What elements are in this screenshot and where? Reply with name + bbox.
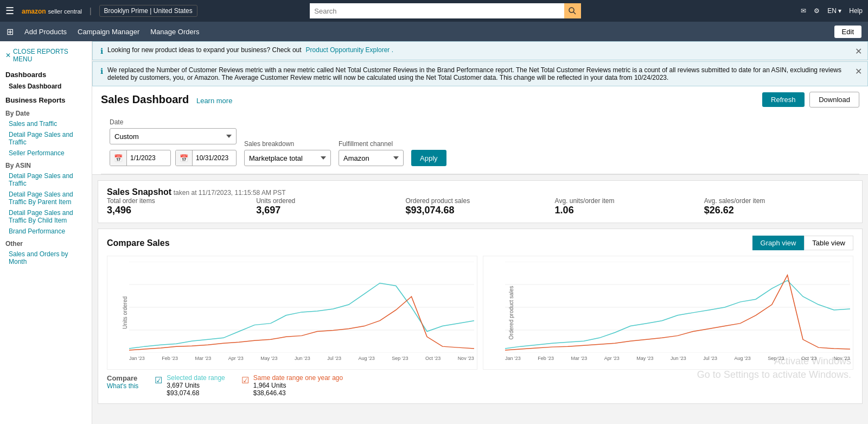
compare-title: Compare Sales [107, 238, 170, 248]
fulfillment-filter-group: Fulfillment channel Amazon Merchant All [339, 140, 404, 166]
sidebar-item-sales-orders-month[interactable]: Sales and Orders by Month [0, 249, 92, 267]
legend-what-link[interactable]: What's this [107, 382, 138, 390]
store-selector[interactable]: Brooklyn Prime | United States [99, 5, 197, 17]
info-icon-2: ℹ [100, 67, 103, 75]
ordered-product-sales-chart: Ordered product sales 0 1k 2k 3k 4k [483, 256, 853, 370]
snapshot-subtitle: taken at 11/17/2023, 11:15:58 AM PST [174, 189, 286, 197]
main-layout: ✕ CLOSE REPORTS MENU Dashboards Sales Da… [0, 41, 868, 424]
sidebar-item-asin-detail-page[interactable]: Detail Page Sales and Traffic [0, 170, 92, 189]
metric-ordered-product-sales: Ordered product sales $93,074.68 [405, 197, 554, 216]
dashboards-section-label: Dashboards [0, 66, 92, 81]
grid-icon[interactable]: ⊞ [7, 27, 14, 37]
banner1-close[interactable]: ✕ [855, 46, 862, 56]
manage-orders-link[interactable]: Manage Orders [150, 28, 199, 36]
apply-group: Apply [411, 150, 446, 166]
banner2-close[interactable]: ✕ [855, 66, 862, 77]
search-container [310, 3, 581, 18]
fulfillment-label: Fulfillment channel [339, 140, 404, 148]
start-date-wrap: 📅 [110, 150, 171, 166]
legend-item-selected: ☑ Selected date range 3,697 Units $93,07… [155, 374, 225, 397]
end-date-input[interactable] [193, 154, 236, 162]
banner-reviews-metric: ℹ We replaced the Number of Customer Rev… [92, 61, 868, 86]
metric-avg-units-order-item: Avg. units/order item 1.06 [555, 197, 704, 216]
brand-logo: amazon seller central [22, 7, 82, 15]
language-selector[interactable]: EN ▾ [827, 7, 841, 15]
date-select[interactable]: Custom Today Yesterday Last 7 days Last … [110, 128, 237, 144]
search-button[interactable] [564, 3, 582, 18]
graph-view-button[interactable]: Graph view [752, 236, 805, 250]
banner2-text: We replaced the Number of Customer Revie… [107, 66, 860, 81]
end-date-wrap: 📅 [175, 150, 237, 166]
fulfillment-select[interactable]: Amazon Merchant All [339, 150, 404, 166]
other-label: Other [0, 237, 92, 249]
product-opportunity-link[interactable]: Product Opportunity Explorer . [306, 46, 393, 54]
business-reports-section-label: Business Reports [0, 92, 92, 106]
metric-total-order-items: Total order items 3,496 [107, 197, 256, 216]
search-input[interactable] [310, 3, 564, 18]
chart1-svg: 0 50 100 150 200 [129, 262, 474, 353]
sidebar-item-seller-performance[interactable]: Seller Performance [0, 148, 92, 159]
download-button[interactable]: Download [809, 92, 859, 107]
search-icon [569, 7, 576, 15]
charts-row: Units ordered 0 50 100 150 200 [107, 256, 853, 370]
calendar-icon-end: 📅 [176, 150, 193, 166]
close-icon: ✕ [5, 52, 11, 59]
chart1-x-labels: Jan '23Feb '23Mar '23Apr '23May '23Jun '… [129, 356, 474, 361]
svg-line-1 [573, 12, 576, 14]
settings-icon[interactable]: ⚙ [814, 7, 820, 15]
sidebar-item-asin-parent-item[interactable]: Detail Page Sales and Traffic By Parent … [0, 189, 92, 207]
snapshot-title: Sales Snapshot [107, 187, 171, 197]
second-nav: ⊞ Add Products Campaign Manager Manage O… [0, 22, 868, 41]
date-filter-group: Date Custom Today Yesterday Last 7 days … [110, 118, 237, 166]
chart2-svg: 0 1k 2k 3k 4k [505, 262, 850, 353]
dashboard-header: Sales Dashboard Learn more Refresh Downl… [92, 86, 868, 175]
sidebar-item-sales-traffic[interactable]: Sales and Traffic [0, 118, 92, 129]
sidebar-item-asin-child-item[interactable]: Detail Page Sales and Traffic By Child I… [0, 207, 92, 226]
view-toggle: Graph view Table view [752, 236, 853, 250]
table-view-button[interactable]: Table view [804, 236, 853, 250]
edit-button[interactable]: Edit [834, 26, 861, 38]
chart2-x-labels: Jan '23Feb '23Mar '23Apr '23May '23Jun '… [505, 356, 850, 361]
metric-avg-sales-order-item: Avg. sales/order item $26.62 [704, 197, 853, 216]
refresh-button[interactable]: Refresh [762, 92, 805, 107]
legend-text-year-ago: Same date range one year ago 1,964 Units… [253, 374, 343, 397]
svg-point-0 [569, 8, 574, 12]
legend-checkbox-year-ago[interactable]: ☑ [241, 375, 249, 385]
date-input-row: 📅 📅 [110, 150, 237, 166]
learn-more-link[interactable]: Learn more [196, 97, 232, 105]
compare-legend: Compare What's this ☑ Selected date rang… [107, 374, 853, 397]
content-area: ℹ Looking for new product ideas to expan… [92, 41, 868, 424]
legend-compare-label: Compare [107, 374, 138, 382]
date-label: Date [110, 118, 237, 126]
help-link[interactable]: Help [849, 7, 863, 15]
nav-right: ✉ ⚙ EN ▾ Help [801, 7, 863, 15]
legend-checkbox-selected[interactable]: ☑ [155, 375, 162, 385]
dashboard-title-row-left: Sales Dashboard Learn more [101, 93, 232, 106]
banner-product-opportunity: ℹ Looking for new product ideas to expan… [92, 41, 868, 60]
add-products-link[interactable]: Add Products [24, 28, 67, 36]
filter-bar: Date Custom Today Yesterday Last 7 days … [101, 113, 859, 174]
breakdown-select[interactable]: Marketplace total By ASIN [244, 150, 331, 166]
legend-item-year-ago: ☑ Same date range one year ago 1,964 Uni… [241, 374, 343, 397]
legend-text-selected: Selected date range 3,697 Units $93,074.… [167, 374, 225, 397]
hamburger-icon[interactable]: ☰ [5, 5, 14, 17]
campaign-manager-link[interactable]: Campaign Manager [78, 28, 139, 36]
snapshot-metrics: Total order items 3,496 Units ordered 3,… [107, 197, 853, 216]
calendar-icon-start: 📅 [110, 150, 127, 166]
compare-header: Compare Sales Graph view Table view [107, 236, 853, 250]
dashboard-actions: Refresh Download [762, 92, 859, 107]
by-asin-label: By ASIN [0, 159, 92, 170]
info-icon-1: ℹ [100, 47, 103, 55]
banner1-text: Looking for new product ideas to expand … [107, 46, 302, 54]
start-date-input[interactable] [127, 154, 170, 162]
apply-button[interactable]: Apply [411, 150, 446, 166]
sidebar-item-brand-performance[interactable]: Brand Performance [0, 226, 92, 237]
sidebar-item-detail-page-sales-traffic[interactable]: Detail Page Sales and Traffic [0, 129, 92, 148]
sidebar-item-sales-dashboard[interactable]: Sales Dashboard [0, 81, 92, 92]
close-reports-menu[interactable]: ✕ CLOSE REPORTS MENU [0, 45, 92, 66]
by-date-label: By Date [0, 106, 92, 118]
units-ordered-chart: Units ordered 0 50 100 150 200 [107, 256, 477, 370]
mail-icon[interactable]: ✉ [801, 7, 806, 15]
chart2-y-label: Ordered product sales [508, 286, 514, 340]
sidebar: ✕ CLOSE REPORTS MENU Dashboards Sales Da… [0, 41, 92, 424]
